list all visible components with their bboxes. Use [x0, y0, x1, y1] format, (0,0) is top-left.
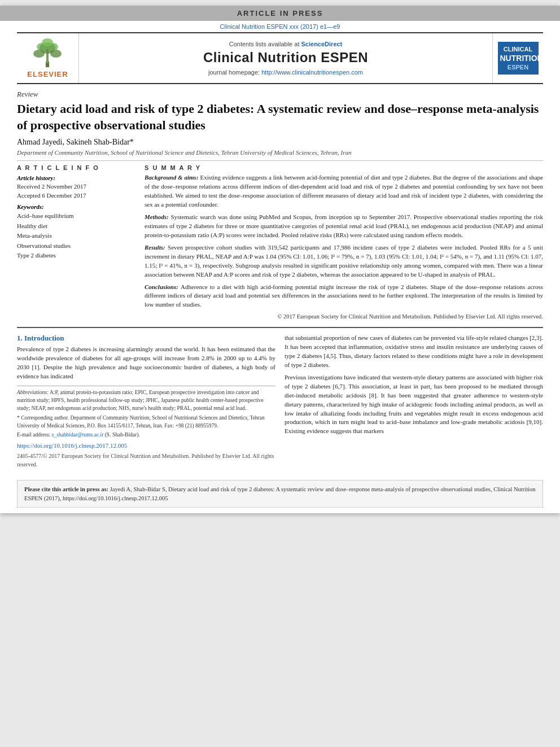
svg-point-4	[50, 50, 62, 58]
email-label: E-mail address:	[17, 432, 52, 438]
keyword-4: Observational studies	[17, 241, 135, 251]
email-line: E-mail address: s_shahbidar@tums.ac.ir (…	[17, 431, 275, 439]
homepage-url[interactable]: http://www.clinicalnutritionespen.com	[261, 69, 363, 76]
keywords-label: Keywords:	[17, 203, 135, 210]
issn-line: 2405-4577/© 2017 European Society for Cl…	[17, 452, 275, 469]
homepage-line: journal homepage: http://www.clinicalnut…	[208, 69, 363, 76]
abbreviations-line: Abbreviations: A:P, animal protein-to-po…	[17, 388, 275, 413]
journal-badge-area: CLINICAL NUTRITION ESPEN	[492, 33, 543, 83]
badge-clinical: CLINICAL	[500, 45, 536, 53]
conclusions-label: Conclusions:	[145, 283, 181, 290]
corresponding-label: * Corresponding author.	[17, 415, 70, 421]
copyright-line: © 2017 European Society for Clinical Nut…	[145, 313, 543, 321]
journal-title-area: Contents lists available at ScienceDirec…	[79, 33, 492, 83]
journal-ref-text: Clinical Nutrition ESPEN xxx (2017) e1—e…	[220, 23, 340, 30]
article-in-press-banner: ARTICLE IN PRESS	[0, 6, 560, 21]
elsevier-brand-text: ELSEVIER	[27, 70, 68, 78]
intro-left-column: 1. Introduction Prevalence of type 2 dia…	[17, 334, 275, 469]
summary-label: S U M M A R Y	[145, 164, 543, 171]
journal-badge: CLINICAL NUTRITION ESPEN	[498, 42, 539, 75]
intro-heading: 1. Introduction	[17, 334, 275, 343]
intro-para-3: Previous investigations have indicated t…	[285, 373, 543, 436]
contents-available-line: Contents lists available at ScienceDirec…	[229, 41, 343, 47]
journal-reference: Clinical Nutrition ESPEN xxx (2017) e1—e…	[0, 21, 560, 31]
summary-conclusions: Conclusions: Adherence to a diet with hi…	[145, 283, 543, 310]
summary-results: Results: Seven prospective cohort studie…	[145, 243, 543, 279]
received-date: Received 2 November 2017	[17, 182, 135, 191]
footnotes-box: Abbreviations: A:P, animal protein-to-po…	[17, 386, 275, 469]
elsevier-tree-icon	[28, 38, 67, 69]
citation-box: Please cite this article in press as: Ja…	[17, 480, 543, 508]
svg-point-7	[42, 38, 53, 46]
methods-text: Systematic search was done using PubMed …	[145, 213, 543, 238]
elsevier-logo: ELSEVIER	[27, 38, 68, 78]
introduction-section: 1. Introduction Prevalence of type 2 dia…	[17, 334, 543, 469]
summary-background: Background & aims: Existing evidence sug…	[145, 173, 543, 209]
banner-text: ARTICLE IN PRESS	[237, 9, 323, 18]
summary-column: S U M M A R Y Background & aims: Existin…	[145, 164, 543, 321]
journal-title: Clinical Nutrition ESPEN	[203, 50, 368, 65]
email-suffix: (S. Shab-Bidar).	[105, 432, 140, 438]
journal-header: ELSEVIER Contents lists available at Sci…	[17, 32, 543, 84]
article-info-summary: A R T I C L E I N F O Article history: R…	[17, 164, 543, 321]
article-type: Review	[17, 90, 543, 99]
badge-nutrition: NUTRITION	[500, 53, 536, 63]
background-text: Existing evidence suggests a link betwee…	[145, 174, 543, 208]
svg-point-3	[33, 50, 45, 58]
history-label: Article history:	[17, 174, 135, 181]
keyword-3: Meta-analysis	[17, 231, 135, 241]
authors-text: Ahmad Jayedi, Sakineh Shab-Bidar*	[17, 138, 134, 146]
citation-label: Please cite this article in press as:	[24, 486, 108, 492]
abbreviations-label: Abbreviations:	[17, 390, 49, 395]
article-title: Dietary acid load and risk of type 2 dia…	[17, 101, 543, 133]
background-label: Background & aims:	[145, 174, 200, 181]
accepted-date: Accepted 6 December 2017	[17, 191, 135, 200]
article-info-label: A R T I C L E I N F O	[17, 164, 135, 171]
thick-divider	[17, 327, 543, 328]
abbreviations-text: A:P, animal protein-to-potassium ratio; …	[17, 390, 264, 412]
summary-methods: Methods: Systematic search was done usin…	[145, 213, 543, 240]
keyword-1: Acid–base equilibrium	[17, 211, 135, 221]
sciencedirect-link[interactable]: ScienceDirect	[301, 41, 343, 47]
article-info-column: A R T I C L E I N F O Article history: R…	[17, 164, 135, 321]
badge-espen: ESPEN	[500, 63, 536, 71]
authors: Ahmad Jayedi, Sakineh Shab-Bidar*	[17, 138, 543, 147]
elsevier-logo-area: ELSEVIER	[17, 33, 79, 83]
article-body: Review Dietary acid load and risk of typ…	[0, 84, 560, 474]
divider-1	[17, 160, 543, 161]
page: ARTICLE IN PRESS Clinical Nutrition ESPE…	[0, 6, 560, 513]
conclusions-text: Adherence to a diet with high acid-formi…	[145, 283, 543, 308]
methods-label: Methods:	[145, 213, 170, 220]
affiliation: Department of Community Nutrition, Schoo…	[17, 149, 543, 156]
contents-prefix: Contents lists available at	[229, 41, 301, 47]
email-address[interactable]: s_shahbidar@tums.ac.ir	[52, 432, 104, 438]
doi-link[interactable]: https://doi.org/10.1016/j.clnesp.2017.12…	[17, 441, 275, 451]
intro-right-column: that substantial proportion of new cases…	[285, 334, 543, 469]
intro-para-2: that substantial proportion of new cases…	[285, 334, 543, 370]
homepage-prefix: journal homepage:	[208, 69, 261, 76]
keyword-5: Type 2 diabetes	[17, 251, 135, 261]
results-text: Seven prospective cohort studies with 31…	[145, 244, 543, 278]
keywords-list: Acid–base equilibrium Healthy diet Meta-…	[17, 211, 135, 261]
intro-para-1: Prevalence of type 2 diabetes is increas…	[17, 345, 275, 381]
corresponding-line: * Corresponding author. Department of Co…	[17, 414, 275, 430]
keyword-2: Healthy diet	[17, 221, 135, 231]
results-label: Results:	[145, 244, 168, 251]
